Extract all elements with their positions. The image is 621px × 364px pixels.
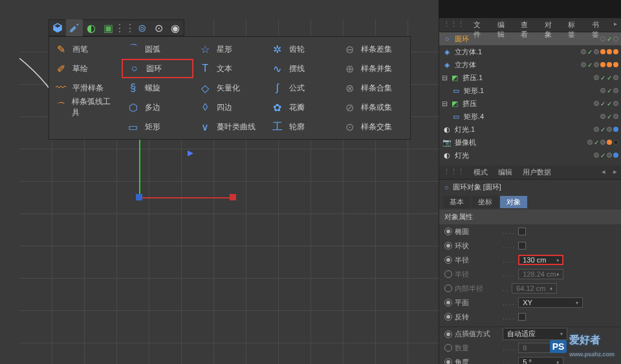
light-obj-icon: ◐ — [442, 150, 452, 160]
menu-vectorize[interactable]: ◇矢量化 — [193, 78, 266, 98]
menu-rectangle[interactable]: ▭矩形 — [122, 117, 194, 136]
radio-icon[interactable] — [444, 228, 452, 235]
menu-profile[interactable]: 工轮廓 — [266, 117, 338, 136]
obj-name: 圆环 — [455, 34, 600, 44]
obj-row-circle[interactable]: ○ 圆环 ✓ — [439, 32, 621, 45]
attr-label: 椭圆 — [455, 227, 500, 237]
attr-label: 平面 — [455, 298, 500, 308]
menu-circle[interactable]: ○圆环 — [122, 59, 194, 78]
menu-spline-and[interactable]: ⊗样条合集 — [338, 78, 410, 98]
obj-row-extrude1[interactable]: ⊟ ◩ 挤压.1 ✓✓ — [439, 71, 621, 84]
menu-spline-or[interactable]: ⊘样条或集 — [338, 98, 410, 117]
obj-row-light1[interactable]: ◐ 灯光.1 ✓ — [439, 123, 621, 136]
pen-icon: ✎ — [54, 43, 67, 56]
nav-fwd-icon[interactable]: ▸ — [609, 166, 621, 179]
tab-bookmark[interactable]: 书签 — [587, 18, 611, 32]
subtab-coord[interactable]: 坐标 — [472, 196, 499, 208]
extrude-obj-icon: ◩ — [450, 72, 460, 83]
checkbox[interactable] — [518, 242, 526, 250]
menu-label: 齿轮 — [289, 44, 305, 55]
menu-cogwheel[interactable]: ✲齿轮 — [266, 39, 338, 59]
sketch-icon: ✐ — [54, 62, 67, 75]
menu-spline-intersect[interactable]: ⊙样条交集 — [338, 117, 410, 136]
tab-userdata[interactable]: 用户数据 — [518, 166, 556, 179]
tab-view[interactable]: 查看 — [516, 18, 539, 32]
checkbox[interactable] — [518, 313, 526, 321]
menu-formula[interactable]: ∫公式 — [266, 78, 338, 98]
array-tool-icon[interactable]: ⋮⋮ — [116, 19, 133, 36]
menu-icon[interactable]: ⋮⋮⋮ — [439, 166, 468, 179]
menu-4side[interactable]: ◊四边 — [193, 98, 266, 117]
menu-star[interactable]: ☆星形 — [193, 39, 266, 59]
menu-icon[interactable]: ⋮⋮⋮ — [439, 18, 468, 32]
obj-row-cube[interactable]: ◈ 立方体 ✓ — [439, 58, 621, 71]
menu-cycloid[interactable]: ∿摆线 — [266, 59, 338, 78]
menu-arc[interactable]: ⌒圆弧 — [122, 39, 194, 59]
nav-back-icon[interactable]: ◂ — [598, 166, 609, 179]
menu-label: 四边 — [217, 102, 232, 113]
subtab-basic[interactable]: 基本 — [443, 196, 470, 208]
radio-icon[interactable] — [444, 313, 452, 321]
origin-handle[interactable] — [136, 194, 142, 200]
attr-radius: 半径 .... 130 cm♦ — [439, 253, 621, 267]
combine-icon: ⊗ — [343, 81, 356, 94]
checkbox[interactable] — [518, 228, 526, 235]
obj-row-cube1[interactable]: ◈ 立方体.1 ✓ — [439, 45, 621, 58]
radio-icon[interactable] — [444, 242, 452, 250]
spline-dropdown-menu: ✎画笔 ✐草绘 〰平滑样条 ⌒样条弧线工具 ⌒圆弧 ○圆环 §螺旋 ⬡多边 ▭矩… — [49, 36, 411, 140]
attr-label: 点插值方式 — [455, 329, 500, 339]
obj-row-rect4[interactable]: ▭ 矩形.4 ✓ — [439, 110, 621, 123]
menu-cissoid[interactable]: ∨蔓叶类曲线 — [193, 117, 266, 136]
menu-arc-tool[interactable]: ⌒样条弧线工具 — [49, 98, 122, 117]
sphere-tool-icon[interactable]: ◉ — [167, 19, 184, 36]
metaball-tool-icon[interactable]: ⊚ — [133, 19, 150, 36]
menu-col-5: ⊖样条差集 ⊕样条并集 ⊗样条合集 ⊘样条或集 ⊙样条交集 — [338, 37, 410, 139]
subtab-object[interactable]: 对象 — [500, 196, 527, 208]
menu-helix[interactable]: §螺旋 — [122, 78, 194, 98]
helix-icon: § — [127, 81, 140, 94]
menu-text[interactable]: T文本 — [193, 59, 266, 78]
cube-tool-icon[interactable] — [49, 19, 66, 36]
tab-mode[interactable]: 模式 — [468, 166, 493, 179]
tab-tags[interactable]: 标签 — [563, 18, 587, 32]
spline-tool-icon[interactable] — [66, 19, 83, 36]
menu-flower[interactable]: ✿花瓣 — [266, 98, 338, 117]
tab-file[interactable]: 文件 — [468, 18, 492, 32]
tab-edit[interactable]: 编辑 — [493, 166, 518, 179]
radio-icon[interactable] — [444, 358, 452, 364]
radius-input[interactable]: 130 cm♦ — [518, 255, 563, 265]
menu-label: 样条差集 — [361, 44, 392, 55]
radio-icon[interactable] — [444, 256, 452, 264]
menu-col-4: ✲齿轮 ∿摆线 ∫公式 ✿花瓣 工轮廓 — [266, 37, 338, 139]
attr-sub-tabs: 基本 坐标 对象 — [439, 195, 621, 209]
radio-icon[interactable] — [444, 299, 452, 306]
nurbs-tool-icon[interactable]: ◐ — [83, 19, 100, 36]
obj-row-light[interactable]: ◐ 灯光 ✓ — [439, 149, 621, 162]
obj-row-rect1[interactable]: ▭ 矩形.1 ✓ — [439, 84, 621, 97]
obj-name: 矩形.1 — [464, 86, 600, 96]
watermark-text: 爱好者 — [569, 334, 600, 345]
or-icon: ⊘ — [343, 101, 356, 114]
gear-tool-icon[interactable]: ⊙ — [150, 19, 167, 36]
radio-icon — [444, 344, 452, 352]
overflow-icon[interactable]: ▸ — [610, 18, 621, 32]
obj-name: 挤压 — [463, 99, 594, 109]
obj-row-extrude[interactable]: ⊟ ◩ 挤压 ✓✓ — [439, 97, 621, 110]
menu-sketch[interactable]: ✐草绘 — [49, 59, 122, 78]
collapse-icon[interactable]: ⊟ — [442, 74, 450, 82]
menu-pen[interactable]: ✎画笔 — [49, 39, 122, 59]
tab-edit[interactable]: 编辑 — [492, 18, 516, 32]
x-handle[interactable] — [230, 194, 236, 200]
menu-polygon[interactable]: ⬡多边 — [122, 98, 194, 117]
menu-spline-subtract[interactable]: ⊖样条差集 — [338, 39, 410, 59]
collapse-icon[interactable]: ⊟ — [442, 100, 450, 108]
menu-spline-union[interactable]: ⊕样条并集 — [338, 59, 410, 78]
flower-icon: ✿ — [271, 101, 284, 114]
x-axis-gizmo[interactable] — [139, 197, 233, 198]
tab-object[interactable]: 对象 — [539, 18, 563, 32]
radio-icon[interactable] — [444, 330, 452, 338]
menu-smooth[interactable]: 〰平滑样条 — [49, 78, 122, 98]
plane-select[interactable]: XY▾ — [518, 297, 583, 308]
menu-label: 画笔 — [72, 44, 88, 55]
obj-row-camera[interactable]: 📷 摄像机 ✓ — [439, 136, 621, 149]
